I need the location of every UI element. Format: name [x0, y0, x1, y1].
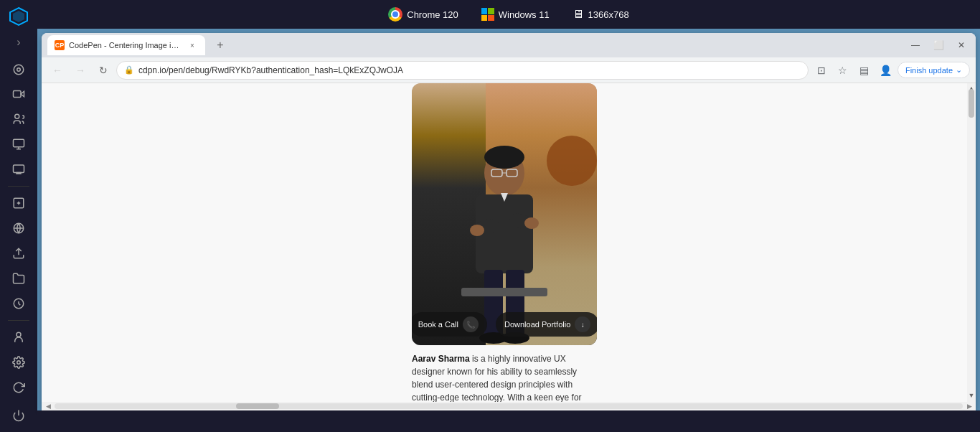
- download-icon: ↓: [575, 316, 590, 332]
- bio-section: Aarav Sharma is a highly innovative UX d…: [412, 352, 597, 402]
- browser-window: CP CodePen - Centering Image in ... × + …: [42, 33, 976, 410]
- finish-update-chevron: ⌄: [956, 65, 962, 75]
- windows-label: Windows 11: [499, 9, 550, 20]
- tab-label: CodePen - Centering Image in ...: [69, 41, 182, 50]
- new-tab-button[interactable]: +: [211, 36, 230, 55]
- book-call-button[interactable]: Book a Call 📞: [412, 312, 487, 337]
- main-area: Chrome 120 Windows 11 🖥 1366x768 CP Code…: [37, 0, 980, 432]
- tab-favicon: CP: [55, 40, 65, 50]
- scroll-right-arrow[interactable]: ▶: [964, 403, 974, 410]
- sidebar-item-refresh[interactable]: [6, 376, 32, 398]
- sidebar-item-sync[interactable]: [6, 292, 32, 314]
- scroll-down-arrow[interactable]: ▼: [967, 390, 976, 400]
- download-portfolio-label: Download Portfolio: [504, 320, 570, 329]
- scroll-thumb[interactable]: [969, 89, 974, 118]
- finish-update-button[interactable]: Finish update ⌄: [897, 62, 970, 78]
- browser-tab[interactable]: CP CodePen - Centering Image in ... ×: [47, 35, 205, 55]
- lock-icon: 🔒: [124, 65, 134, 75]
- maximize-button[interactable]: ⬜: [930, 37, 947, 54]
- svg-point-3: [17, 67, 21, 71]
- svg-point-16: [17, 361, 21, 365]
- sidebar-item-folder[interactable]: [6, 267, 32, 289]
- sidebar-collapse-icon[interactable]: ›: [10, 35, 27, 50]
- sidebar-divider-1: [8, 186, 29, 187]
- address-bar[interactable]: 🔒 cdpn.io/pen/debug/RwdRYKb?authenticati…: [116, 61, 809, 80]
- scroll-left-arrow[interactable]: ◀: [43, 403, 53, 410]
- back-button[interactable]: ←: [47, 60, 67, 80]
- sidebar-item-power[interactable]: [6, 404, 32, 426]
- tab-close-button[interactable]: ×: [187, 39, 198, 51]
- svg-point-23: [470, 225, 484, 236]
- profile-button[interactable]: 👤: [876, 60, 896, 80]
- top-bar: Chrome 120 Windows 11 🖥 1366x768: [37, 0, 980, 29]
- chrome-indicator: Chrome 120: [388, 7, 458, 22]
- refresh-button[interactable]: ↻: [93, 60, 113, 80]
- image-buttons: Book a Call 📞 Download Portfolio ↓: [412, 312, 597, 337]
- sidebar-item-play[interactable]: [6, 133, 32, 156]
- h-scroll-track: [55, 403, 963, 409]
- window-controls: — ⬜ ✕: [907, 37, 970, 54]
- svg-rect-7: [14, 139, 24, 147]
- browser-titlebar: CP CodePen - Centering Image in ... × + …: [42, 33, 976, 57]
- sidebar-toggle-button[interactable]: ▤: [854, 60, 875, 80]
- url-text: cdpn.io/pen/debug/RwdRYKb?authentication…: [138, 65, 801, 75]
- svg-point-19: [484, 146, 524, 169]
- svg-point-24: [524, 217, 539, 229]
- person-silhouette: [412, 83, 597, 345]
- profile-image: Book a Call 📞 Download Portfolio ↓: [412, 83, 597, 345]
- sidebar-item-users[interactable]: [6, 108, 32, 131]
- sidebar-item-upload[interactable]: [6, 243, 32, 265]
- sidebar-item-globe[interactable]: [6, 217, 32, 240]
- chrome-icon: [388, 7, 402, 22]
- sidebar-logo[interactable]: [6, 6, 32, 28]
- svg-rect-4: [14, 91, 22, 98]
- toolbar-actions: ⊡ ☆ ▤ 👤 Finish update ⌄: [811, 60, 970, 80]
- svg-point-6: [15, 115, 19, 119]
- sidebar-item-monitor[interactable]: [6, 158, 32, 180]
- forward-button[interactable]: →: [70, 60, 90, 80]
- h-scroll-thumb[interactable]: [236, 403, 279, 409]
- svg-marker-1: [13, 11, 24, 22]
- minimize-button[interactable]: —: [907, 37, 924, 54]
- browser-content: Book a Call 📞 Download Portfolio ↓ Aarav…: [42, 83, 976, 402]
- sidebar-item-settings[interactable]: [6, 352, 32, 374]
- close-button[interactable]: ✕: [953, 37, 970, 54]
- windows-indicator: Windows 11: [481, 8, 550, 21]
- bottom-bar: [37, 410, 980, 432]
- resolution-label: 1366x768: [588, 9, 629, 20]
- windows-icon: [481, 8, 494, 21]
- svg-point-15: [17, 332, 21, 337]
- horizontal-scrollbar[interactable]: ◀ ▶: [42, 402, 976, 410]
- bookmark-button[interactable]: ☆: [833, 60, 853, 80]
- book-call-label: Book a Call: [418, 320, 458, 329]
- sidebar-divider-2: [8, 320, 29, 321]
- portfolio-section: Book a Call 📞 Download Portfolio ↓ Aarav…: [42, 83, 967, 402]
- monitor-icon: 🖥: [573, 8, 584, 21]
- resolution-indicator: 🖥 1366x768: [573, 8, 629, 21]
- download-portfolio-button[interactable]: Download Portfolio ↓: [496, 312, 597, 337]
- sidebar-item-edit[interactable]: [6, 192, 32, 215]
- sidebar-item-video[interactable]: [6, 83, 32, 105]
- chrome-label: Chrome 120: [407, 9, 458, 20]
- svg-rect-33: [461, 288, 547, 296]
- cast-button[interactable]: ⊡: [811, 60, 831, 80]
- sidebar: ›: [0, 0, 37, 432]
- content-area: Book a Call 📞 Download Portfolio ↓ Aarav…: [42, 83, 967, 402]
- sidebar-item-person[interactable]: [6, 327, 32, 349]
- browser-toolbar: ← → ↻ 🔒 cdpn.io/pen/debug/RwdRYKb?authen…: [42, 57, 976, 83]
- vertical-scrollbar[interactable]: ▲ ▼: [967, 83, 976, 402]
- bio-name: Aarav Sharma: [412, 354, 470, 364]
- svg-rect-8: [14, 165, 24, 173]
- finish-update-label: Finish update: [905, 66, 953, 75]
- svg-point-2: [14, 65, 24, 75]
- sidebar-item-home[interactable]: [6, 58, 32, 80]
- book-call-icon: 📞: [463, 316, 479, 332]
